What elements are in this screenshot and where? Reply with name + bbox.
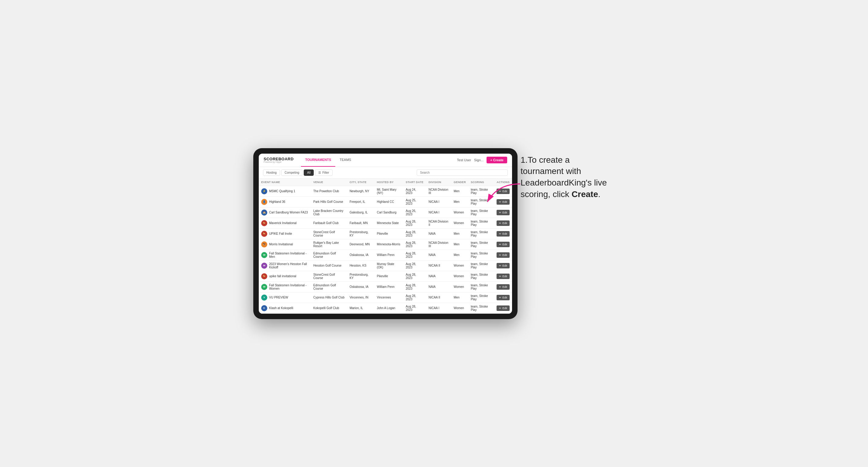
edit-button[interactable]: ✏ Edit	[497, 231, 509, 237]
edit-icon: ✏	[499, 264, 501, 267]
logo-sub: Powered by Clippit	[264, 161, 294, 163]
team-icon: 👤	[261, 199, 267, 205]
cell-scoring: team, Stroke Play	[468, 218, 494, 228]
cell-city-state: Deerwood, MN	[347, 239, 374, 250]
cell-division: NICAA II	[426, 292, 451, 303]
cell-venue: Edmundson Golf Course	[311, 250, 347, 260]
tablet-screen: SCOREBOARD Powered by Clippit TOURNAMENT…	[259, 154, 512, 314]
annotation-text: 1.To create a tournament with Leaderboar…	[521, 154, 609, 200]
cell-hosted-by: Pikeville	[374, 271, 403, 281]
hosting-filter[interactable]: Hosting	[263, 169, 280, 176]
cell-venue: Edmundson Golf Course	[311, 281, 347, 292]
table-row: M 2023 Women's Hesston Fall Kickoff Hess…	[259, 260, 512, 271]
table-row: W Fall Statesmen Invitational - Men Edmu…	[259, 250, 512, 260]
event-cell: K Klash at Kokopelli	[261, 305, 309, 311]
col-event-name: EVENT NAME	[259, 179, 311, 186]
cell-event-name: W Fall Statesmen Invitational - Women	[259, 281, 311, 292]
all-filter[interactable]: All	[304, 169, 314, 176]
event-name: UPIKE Fall Invite	[269, 232, 292, 235]
cell-city-state: Marion, IL	[347, 303, 374, 313]
cell-start-date: Aug 28, 2023	[403, 218, 426, 228]
cell-event-name: 🐎 UPIKE Fall Invite	[259, 228, 311, 239]
table-row: 🐎 Maverick Invitational Faribault Golf C…	[259, 218, 512, 228]
cell-division: NCAA Division II	[426, 218, 451, 228]
cell-start-date: Aug 28, 2023	[403, 260, 426, 271]
table-container: EVENT NAME VENUE CITY, STATE HOSTED BY S…	[259, 179, 512, 314]
event-cell: 👤 Highland 36	[261, 199, 309, 205]
cell-scoring: team, Stroke Play	[468, 281, 494, 292]
tab-tournaments[interactable]: TOURNAMENTS	[301, 154, 335, 167]
event-name: Klash at Kokopelli	[269, 306, 293, 310]
cell-venue: Ruttger's Bay Lake Resort	[311, 239, 347, 250]
cell-scoring: team, Stroke Play	[468, 271, 494, 281]
cell-venue: StoneCrest Golf Course	[311, 271, 347, 281]
event-name: MSMC Qualifying 1	[269, 189, 295, 193]
cell-scoring: team, Stroke Play	[468, 250, 494, 260]
cell-actions: ✏ Edit	[494, 271, 512, 281]
cell-gender: Women	[451, 303, 468, 313]
cell-hosted-by: William Penn	[374, 281, 403, 292]
cell-start-date: Aug 28, 2023	[403, 239, 426, 250]
cell-actions: ✏ Edit	[494, 239, 512, 250]
edit-icon: ✏	[499, 211, 501, 214]
cell-start-date: Aug 26, 2023	[403, 207, 426, 218]
event-cell: 🏫 Carl Sandburg Women FA23	[261, 210, 309, 216]
cell-division: NCAA Division III	[426, 186, 451, 196]
table-row: W Fall Statesmen Invitational - Women Ed…	[259, 281, 512, 292]
cell-actions: ✏ Edit	[494, 281, 512, 292]
annotation-arrow	[484, 179, 524, 209]
competing-filter[interactable]: Competing	[281, 169, 303, 176]
team-icon: 🐎	[261, 273, 267, 279]
event-cell: 🐎 UPIKE Fall Invite	[261, 231, 309, 237]
create-button[interactable]: + Create	[487, 157, 507, 163]
edit-button[interactable]: ✏ Edit	[497, 210, 509, 215]
cell-start-date: Aug 28, 2023	[403, 292, 426, 303]
table-row: 👤 Highland 36 Park Hills Golf Course Fre…	[259, 196, 512, 207]
cell-start-date: Aug 28, 2023	[403, 228, 426, 239]
cell-gender: Women	[451, 281, 468, 292]
cell-event-name: W Fall Statesmen Invitational - Men	[259, 250, 311, 260]
table-row: ⚡ MSMC Qualifying 1 The Powelton Club Ne…	[259, 186, 512, 196]
team-icon: ⚡	[261, 188, 267, 194]
cell-city-state: Prestonsburg, KY	[347, 228, 374, 239]
logo-text: SCOREBOARD	[264, 157, 294, 161]
cell-venue: StoneCrest Golf Course	[311, 228, 347, 239]
edit-icon: ✏	[499, 222, 501, 225]
cell-division: NAIA	[426, 281, 451, 292]
edit-button[interactable]: ✏ Edit	[497, 306, 509, 311]
edit-button[interactable]: ✏ Edit	[497, 220, 509, 226]
event-name: Fall Statesmen Invitational - Men	[269, 252, 309, 258]
col-start-date: START DATE	[403, 179, 426, 186]
edit-button[interactable]: ✏ Edit	[497, 274, 509, 279]
filter-button[interactable]: ☰ Filter	[315, 169, 332, 176]
page-wrapper: SCOREBOARD Powered by Clippit TOURNAMENT…	[215, 148, 653, 319]
cell-venue: Faribault Golf Club	[311, 218, 347, 228]
event-cell: 🦅 Morris Invitational	[261, 241, 309, 247]
edit-button[interactable]: ✏ Edit	[497, 263, 509, 269]
cell-city-state: Hesston, KS	[347, 260, 374, 271]
cell-start-date: Aug 28, 2023	[403, 271, 426, 281]
tab-teams[interactable]: TEAMS	[335, 154, 355, 167]
edit-icon: ✏	[499, 275, 501, 278]
filter-icon: ☰	[318, 171, 321, 174]
col-city-state: CITY, STATE	[347, 179, 374, 186]
cell-city-state: Freeport, IL	[347, 196, 374, 207]
cell-actions: ✏ Edit	[494, 292, 512, 303]
edit-button[interactable]: ✏ Edit	[497, 252, 509, 258]
edit-button[interactable]: ✏ Edit	[497, 295, 509, 300]
edit-icon: ✏	[499, 232, 501, 235]
cell-gender: Women	[451, 271, 468, 281]
cell-hosted-by: Minnesota-Morris	[374, 239, 403, 250]
cell-actions: ✏ Edit	[494, 303, 512, 313]
table-row: 🐎 upike fall invitational StoneCrest Gol…	[259, 271, 512, 281]
edit-button[interactable]: ✏ Edit	[497, 242, 509, 247]
cell-scoring: team, Stroke Play	[468, 303, 494, 313]
search-input[interactable]	[417, 169, 508, 176]
cell-hosted-by: Carl Sandburg	[374, 207, 403, 218]
edit-button[interactable]: ✏ Edit	[497, 284, 509, 290]
cell-start-date: Aug 25, 2023	[403, 196, 426, 207]
cell-event-name: 👤 Highland 36	[259, 196, 311, 207]
col-division: DIVISION	[426, 179, 451, 186]
user-label: Test User	[457, 158, 471, 162]
cell-start-date: Aug 24, 2023	[403, 186, 426, 196]
